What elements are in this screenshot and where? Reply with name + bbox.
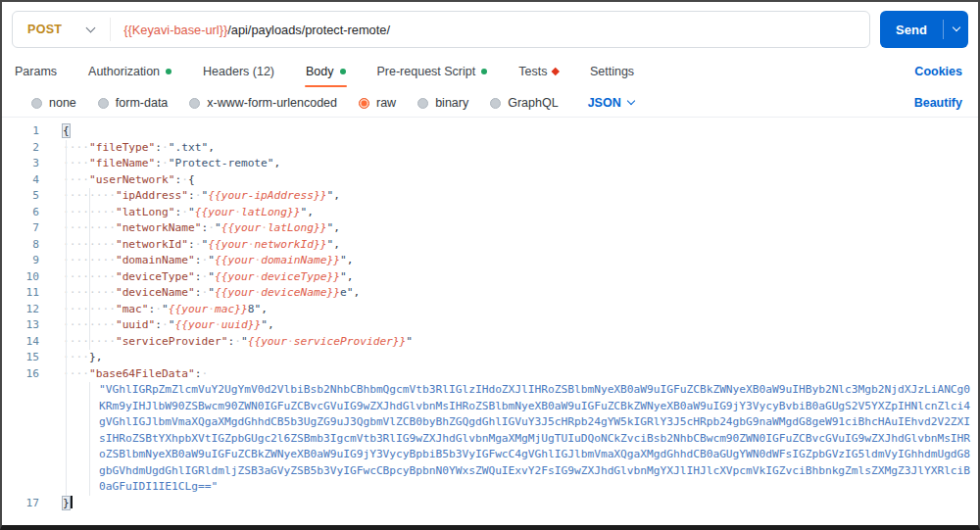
code-line[interactable]: 1{ (2, 123, 978, 140)
code-line-content: gVGhlIGJlbmVmaXQgaXMgdGhhdCB5b3UgZG9uJ3Q… (63, 414, 970, 431)
code-line[interactable]: 4····"userNetwork":·{ (2, 172, 978, 189)
radio-label: x-www-form-urlencoded (207, 96, 337, 110)
code-line-content: 0aGFuIDI1IE1CLg==" (63, 479, 218, 496)
code-line-content: ········"ipAddress":·"{{your-ipAddress}}… (63, 188, 340, 205)
url-path: /api/payloads/protect-remote/ (227, 23, 390, 37)
raw-body-editor[interactable]: 1{2····"fileType":·".txt",3····"fileName… (2, 117, 978, 526)
url-input[interactable]: {{Keyavi-base-url}}/api/payloads/protect… (111, 23, 390, 37)
body-type-x-www-form-urlencoded[interactable]: x-www-form-urlencoded (189, 96, 337, 110)
code-line-content: { (63, 123, 70, 140)
code-line[interactable]: 3····"fileName":·"Protect-remote", (2, 156, 978, 172)
body-type-row: noneform-datax-www-form-urlencodedrawbin… (2, 87, 978, 117)
language-dropdown[interactable]: JSON (588, 96, 634, 110)
tab-label: Settings (590, 65, 634, 78)
code-line[interactable]: oZSBlbmNyeXB0aW9uIGFuZCBkZWNyeXB0aW9uIG9… (2, 447, 978, 463)
line-number: 10 (2, 269, 47, 286)
code-line[interactable]: KRm9yIHJlbW90ZSBwcm90ZWN0IGFuZCBvcGVuIG9… (2, 399, 978, 415)
line-number: 12 (2, 302, 47, 318)
status-dot-icon (481, 69, 487, 74)
code-line-content: ····"fileType":·".txt", (63, 140, 215, 157)
code-line[interactable]: 14········"serviceProvider":·"{{your·ser… (2, 334, 978, 351)
line-number: 3 (2, 156, 47, 172)
line-number: 16 (2, 366, 47, 383)
code-line-content: KRm9yIHJlbW90ZSBwcm90ZWN0IGFuZCBvcGVuIG9… (63, 399, 970, 415)
line-number: 11 (2, 285, 47, 302)
url-field: POST {{Keyavi-base-url}}/api/payloads/pr… (12, 11, 870, 48)
code-line-content: ········"networkId":·"{{your·networkId}}… (63, 237, 340, 254)
line-number: 9 (2, 253, 47, 269)
chevron-down-icon (626, 97, 634, 105)
body-type-none[interactable]: none (31, 96, 76, 110)
tab-pre-request-script[interactable]: Pre-request Script (376, 56, 489, 87)
code-line-content: ····}, (63, 350, 102, 366)
indent-guide (66, 140, 67, 496)
radio-label: form-data (116, 96, 169, 110)
code-line[interactable]: 6········"latLong":·"{{your·latLong}}", (2, 205, 978, 221)
beautify-link[interactable]: Beautify (914, 96, 962, 110)
tab-params[interactable]: Params (14, 56, 58, 87)
status-diamond-icon (552, 68, 560, 75)
code-line-content: ····"userNetwork":·{ (63, 172, 195, 189)
line-number: 8 (2, 237, 47, 254)
radio-icon (98, 98, 109, 109)
body-type-options: noneform-datax-www-form-urlencodedrawbin… (31, 96, 559, 110)
language-label: JSON (588, 96, 621, 110)
request-tabs: ParamsAuthorizationHeaders (12)BodyPre-r… (14, 56, 635, 87)
code-line-content: oZSBlbmNyeXB0aW9uIGFuZCBkZWNyeXB0aW9uIG9… (63, 447, 970, 463)
radio-icon (417, 98, 428, 109)
tab-settings[interactable]: Settings (589, 56, 635, 87)
postman-request-window: POST {{Keyavi-base-url}}/api/payloads/pr… (0, 0, 980, 530)
code-line[interactable]: 2····"fileType":·".txt", (2, 140, 978, 157)
request-bar: POST {{Keyavi-base-url}}/api/payloads/pr… (2, 2, 978, 56)
cookies-link[interactable]: Cookies (914, 56, 962, 87)
code-line[interactable]: 5········"ipAddress":·"{{your-ipAddress}… (2, 188, 978, 205)
tab-headers-12[interactable]: Headers (12) (202, 56, 275, 87)
code-line[interactable]: 10········"deviceType":·"{{your·deviceTy… (2, 269, 978, 286)
status-dot-icon (166, 69, 172, 74)
code-line-content: ········"uuid":·"{{your·uuid}}", (63, 317, 274, 334)
method-label: POST (27, 23, 62, 36)
code-line-content: ········"deviceName":·"{{your·deviceName… (63, 285, 360, 302)
code-line-content: ········"deviceType":·"{{your·deviceType… (63, 269, 353, 286)
tab-label: Headers (12) (203, 65, 274, 78)
radio-icon (490, 98, 501, 109)
code-line[interactable]: 15····}, (2, 350, 978, 366)
code-line-content: ····"base64FileData":· (63, 366, 208, 383)
tab-label: Tests (518, 65, 547, 78)
line-number: 14 (2, 334, 47, 351)
tab-label: Authorization (88, 65, 160, 78)
code-line[interactable]: gbGVhdmUgdGhlIGRldmljZSB3aGVyZSB5b3VyIGF… (2, 463, 978, 480)
chevron-down-icon (86, 23, 96, 32)
code-line[interactable]: 7········"networkName":·"{{your·latLong}… (2, 220, 978, 237)
send-options-button[interactable] (944, 11, 968, 48)
body-type-form-data[interactable]: form-data (98, 96, 169, 110)
code-line[interactable]: 8········"networkId":·"{{your·networkId}… (2, 237, 978, 254)
code-line[interactable]: gVGhlIGJlbmVmaXQgaXMgdGhhdCB5b3UgZG9uJ3Q… (2, 414, 978, 431)
code-line[interactable]: 0aGFuIDI1IE1CLg==" (2, 479, 978, 496)
line-number: 7 (2, 220, 47, 237)
body-type-raw[interactable]: raw (359, 96, 396, 110)
chevron-down-icon (952, 24, 959, 31)
send-button[interactable]: Send (880, 11, 968, 48)
code-line[interactable]: 9········"domainName":·"{{your·domainNam… (2, 253, 978, 269)
code-line[interactable]: sIHRoZSBtYXhpbXVtIGZpbGUgc2l6ZSBmb3IgcmV… (2, 431, 978, 448)
line-number: 6 (2, 205, 47, 221)
body-type-binary[interactable]: binary (417, 96, 468, 110)
code-line[interactable]: "VGhlIGRpZmZlcmVuY2UgYmV0d2VlbiBsb2NhbCB… (2, 382, 978, 399)
code-line-content: gbGVhdmUgdGhlIGRldmljZSB3aGVyZSB5b3VyIGF… (63, 463, 970, 480)
code-line[interactable]: 12········"mac":·"{{your·mac}}8", (2, 302, 978, 318)
code-line-content: ········"latLong":·"{{your·latLong}}", (63, 205, 314, 221)
method-dropdown[interactable]: POST (13, 23, 110, 36)
indent-guide (89, 188, 90, 350)
radio-icon (359, 98, 369, 109)
code-line[interactable]: 13········"uuid":·"{{your·uuid}}", (2, 317, 978, 334)
code-line[interactable]: 11········"deviceName":·"{{your·deviceNa… (2, 285, 978, 302)
code-line[interactable]: 16····"base64FileData":· (2, 366, 978, 383)
line-number: 5 (2, 188, 47, 205)
code-line-content: ····"fileName":·"Protect-remote", (63, 156, 280, 172)
body-type-graphql[interactable]: GraphQL (490, 96, 558, 110)
tab-tests[interactable]: Tests (517, 56, 560, 87)
code-line[interactable]: 17} (2, 496, 978, 512)
tab-body[interactable]: Body (305, 56, 347, 87)
tab-authorization[interactable]: Authorization (87, 56, 172, 87)
